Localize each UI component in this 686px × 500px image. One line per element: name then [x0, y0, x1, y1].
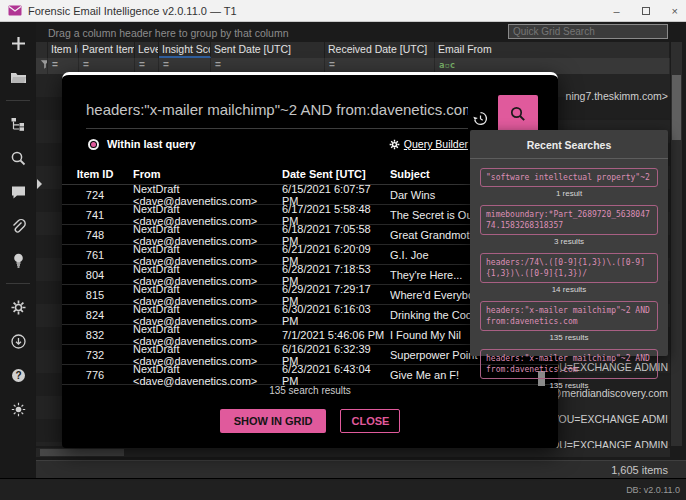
recent-searches-panel: Recent Searches "software intellectual p… [470, 130, 668, 356]
results-column-date-sent: Date Sent [UTC] [282, 168, 390, 180]
plus-icon [10, 35, 27, 52]
recent-searches-divider [470, 158, 668, 159]
recent-search-chip[interactable]: headers:/74\.([0-9]{1,3})\.([0-9]{1,3})\… [480, 253, 658, 283]
recent-search-chip[interactable]: mimeboundary:*Part_2689720_563804774.158… [480, 205, 658, 235]
db-version: DB: v2.0.11.0 [626, 485, 680, 495]
sidebar-divider [6, 283, 30, 284]
filter-funnel-icon [36, 58, 48, 74]
search-query-input[interactable] [86, 95, 468, 129]
add-evidence-button[interactable] [5, 30, 31, 56]
within-last-query-label: Within last query [107, 138, 196, 150]
close-window-button[interactable]: × [672, 5, 678, 17]
history-clock-icon [472, 110, 489, 127]
result-item-id: 761 [62, 249, 128, 261]
tree-view-button[interactable] [5, 111, 31, 137]
recent-search-chip[interactable]: headers:"x-mailer mailchimp"~2 AND from:… [480, 301, 658, 331]
result-item-id: 741 [62, 209, 128, 221]
download-circle-icon [10, 333, 27, 350]
quick-grid-search-input[interactable] [508, 24, 668, 39]
within-last-query-radio[interactable] [88, 139, 99, 150]
result-item-id: 815 [62, 289, 128, 301]
result-date-sent: 7/1/2021 5:46:06 PM [282, 329, 390, 341]
contains-filter-icon: a▫c [439, 60, 455, 70]
query-builder-link[interactable]: Query Builder [389, 138, 468, 150]
settings-button[interactable] [5, 294, 31, 320]
grid-corner-cell [36, 42, 48, 58]
recent-search-result-count: 135 results [480, 381, 658, 390]
updates-button[interactable] [5, 328, 31, 354]
left-toolbar: ? [0, 22, 36, 478]
question-mark-icon: ? [10, 367, 27, 384]
recent-search-result-count: 3 results [480, 237, 658, 246]
result-from: NextDraft <dave@davenetics.com> [128, 363, 282, 387]
search-icon [10, 150, 27, 167]
chat-bubble-icon [10, 184, 27, 201]
recent-search-result-count: 14 results [480, 285, 658, 294]
minimize-button[interactable]: – [613, 5, 619, 17]
column-header-email-from[interactable]: Email From [435, 42, 670, 58]
grid-header-row: Item Id Parent Item Id Level Insight Sco… [36, 42, 670, 58]
maximize-button[interactable] [642, 7, 650, 15]
window-titlebar: Forensic Email Intelligence v2.0.11.0 — … [0, 0, 686, 22]
column-header-parent-item-id[interactable]: Parent Item Id [79, 42, 135, 58]
vertical-scrollbar[interactable] [671, 42, 682, 446]
insights-button[interactable] [5, 247, 31, 273]
folder-icon [10, 69, 27, 86]
result-date-sent: 6/30/2021 6:16:03 PM [282, 303, 390, 327]
messages-button[interactable] [5, 179, 31, 205]
svg-text:?: ? [15, 370, 21, 381]
show-in-grid-button[interactable]: SHOW IN GRID [220, 409, 327, 433]
db-version-bar: DB: v2.0.11.0 [0, 478, 686, 500]
vertical-scrollbar-thumb[interactable] [672, 75, 681, 140]
attachments-button[interactable] [5, 213, 31, 239]
app-logo-envelope-icon [8, 5, 22, 16]
sidebar-divider [6, 100, 30, 101]
grid-cell-fragment[interactable]: ning7.theskimm.com> [566, 90, 668, 102]
recent-search-result-count: 1 result [480, 189, 658, 198]
item-count: 1,605 items [611, 464, 668, 476]
window-title: Forensic Email Intelligence v2.0.11.0 — … [28, 5, 237, 17]
lightbulb-icon [10, 252, 27, 269]
theme-toggle-button[interactable] [5, 396, 31, 422]
column-header-level[interactable]: Level [135, 42, 159, 58]
column-header-insight-score[interactable]: Insight Score [159, 42, 211, 58]
horizontal-scrollbar[interactable] [36, 448, 670, 457]
result-item-id: 804 [62, 269, 128, 281]
paperclip-icon [10, 218, 27, 235]
gear-icon [10, 299, 27, 316]
group-by-hint: Drag a column header here to group by th… [48, 27, 288, 39]
tree-icon [10, 116, 27, 133]
panel-expand-arrow[interactable] [37, 179, 42, 189]
result-item-id: 832 [62, 329, 128, 341]
recent-search-result-count: 135 results [480, 333, 658, 342]
column-header-received-date[interactable]: Received Date [UTC] [325, 42, 435, 58]
run-search-button[interactable] [498, 95, 538, 133]
magnifier-icon [509, 105, 527, 123]
recent-searches-list: "software intellectual property"~2 1 res… [480, 168, 658, 390]
result-item-id: 824 [62, 309, 128, 321]
recent-search-chip[interactable]: headers:"x-mailer mailchimp"~2 AND from:… [480, 349, 658, 379]
recent-searches-title: Recent Searches [480, 139, 658, 151]
sun-icon [10, 401, 27, 418]
results-column-from: From [128, 168, 282, 180]
result-item-id: 776 [62, 369, 128, 381]
help-button[interactable]: ? [5, 362, 31, 388]
horizontal-scrollbar-thumb[interactable] [40, 449, 124, 456]
gear-icon [389, 139, 400, 150]
column-header-item-id[interactable]: Item Id [48, 42, 79, 58]
result-item-id: 748 [62, 229, 128, 241]
status-bar: 1,605 items [36, 460, 686, 478]
open-case-button[interactable] [5, 64, 31, 90]
search-tool-button[interactable] [5, 145, 31, 171]
result-date-sent: 6/23/2021 6:43:04 PM [282, 363, 390, 387]
result-item-id: 724 [62, 189, 128, 201]
results-column-item-id: Item ID [62, 168, 128, 180]
column-header-sent-date[interactable]: Sent Date [UTC] [211, 42, 325, 58]
search-history-button[interactable] [469, 107, 491, 129]
close-dialog-button[interactable]: CLOSE [340, 409, 400, 433]
recent-search-chip[interactable]: "software intellectual property"~2 [480, 168, 658, 187]
result-item-id: 732 [62, 349, 128, 361]
